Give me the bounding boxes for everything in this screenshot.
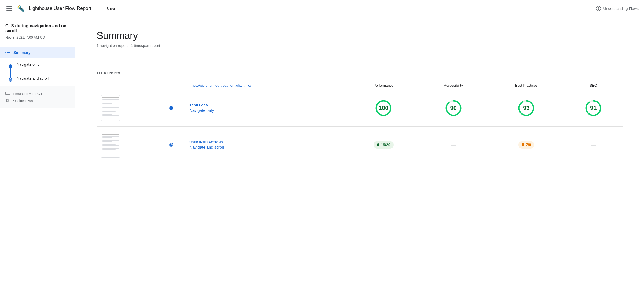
- score-circle-91: 91: [585, 99, 602, 117]
- score-performance-2: 19/20: [349, 127, 419, 163]
- table-row: User interactions Navigate and scroll 19…: [97, 127, 623, 163]
- lighthouse-logo: 🔦: [17, 5, 24, 12]
- help-label: Understanding Flows: [603, 6, 639, 11]
- sidebar: CLS during navigation and on scroll Nov …: [0, 17, 75, 295]
- reports-table: https://pie-charmed-treatment.glitch.me/…: [97, 81, 623, 163]
- score-bestpractices-1: 93: [488, 90, 564, 127]
- row-dot-1: [169, 106, 173, 110]
- report-type-2: User interactions: [189, 141, 344, 144]
- device-label-2: 4x slowdown: [13, 99, 33, 103]
- score-circle-90: 90: [445, 99, 462, 117]
- header: 🔦 Lighthouse User Flow Report Save ? Und…: [0, 0, 644, 17]
- device-info: Emulated Moto G4 4x slowdown: [0, 86, 75, 108]
- score-dash-1: —: [451, 142, 456, 148]
- score-fraction-bp: 7/8: [518, 141, 534, 149]
- svg-rect-0: [5, 51, 6, 51]
- col-url: https://pie-charmed-treatment.glitch.me/: [185, 81, 348, 90]
- score-bestpractices-2: 7/8: [488, 127, 564, 163]
- reports-section: ALL REPORTS htt: [75, 61, 644, 174]
- score-circle-100: 100: [375, 99, 392, 117]
- device-row-1: Emulated Moto G4: [5, 90, 69, 97]
- score-value-19-20: 19/20: [381, 143, 390, 147]
- flow-items-wrapper: Navigate only Navigate and scroll: [0, 62, 75, 82]
- score-value-100: 100: [379, 105, 389, 112]
- report-name-link-1[interactable]: Navigate only: [189, 108, 214, 113]
- connector-cell-1: [157, 90, 185, 127]
- score-value-7-8: 7/8: [526, 143, 531, 147]
- score-value-90: 90: [450, 105, 457, 112]
- col-performance: Performance: [349, 81, 419, 90]
- flow-dot-1: [9, 64, 12, 68]
- score-dot-green: [377, 143, 379, 146]
- col-connector: [157, 81, 185, 90]
- device-row-2: 4x slowdown: [5, 97, 69, 104]
- summary-section: Summary 1 navigation report · 1 timespan…: [75, 17, 644, 61]
- col-best-practices: Best Practices: [488, 81, 564, 90]
- score-accessibility-2: —: [418, 127, 488, 163]
- connector-cell-2: [157, 127, 185, 163]
- table-row: Page load Navigate only 100: [97, 90, 623, 127]
- thumbnail-cell-2: [97, 127, 157, 163]
- list-icon: [5, 51, 10, 54]
- flow-line-1: [10, 68, 11, 78]
- flow-item-2[interactable]: Navigate and scroll: [17, 76, 49, 80]
- app-title: Lighthouse User Flow Report: [29, 6, 91, 11]
- score-seo-2: —: [564, 127, 623, 163]
- summary-title: Summary: [97, 30, 623, 41]
- flow-dot-2: [9, 78, 12, 82]
- sidebar-divider: [0, 45, 75, 45]
- score-value-93: 93: [523, 105, 529, 112]
- report-info-cell-2: User interactions Navigate and scroll: [185, 127, 348, 163]
- score-dash-2: —: [591, 142, 596, 148]
- score-seo-1: 91: [564, 90, 623, 127]
- report-type-1: Page load: [189, 104, 344, 107]
- monitor-icon: [5, 91, 10, 96]
- main-content: Summary 1 navigation report · 1 timespan…: [75, 17, 644, 295]
- svg-rect-13: [7, 100, 9, 101]
- thumbnail-cell-1: [97, 90, 157, 127]
- col-accessibility: Accessibility: [418, 81, 488, 90]
- col-seo: SEO: [564, 81, 623, 90]
- svg-rect-9: [6, 92, 10, 95]
- summary-subtitle: 1 navigation report · 1 timespan report: [97, 43, 623, 48]
- summary-label: Summary: [13, 50, 31, 55]
- flow-labels-column: Navigate only Navigate and scroll: [17, 62, 49, 80]
- flow-item-1[interactable]: Navigate only: [17, 62, 49, 76]
- score-accessibility-1: 90: [418, 90, 488, 127]
- reports-header-row: https://pie-charmed-treatment.glitch.me/…: [97, 81, 623, 90]
- thumbnail-1: [101, 95, 120, 121]
- score-dot-orange: [522, 143, 524, 146]
- flow-connector-column: [9, 62, 12, 82]
- score-circle-93: 93: [518, 99, 535, 117]
- main-layout: CLS during navigation and on scroll Nov …: [0, 17, 644, 295]
- cpu-icon: [5, 98, 10, 103]
- svg-rect-5: [7, 54, 10, 54]
- row-dot-2: [169, 143, 173, 147]
- report-name-link-2[interactable]: Navigate and scroll: [189, 145, 224, 149]
- url-link[interactable]: https://pie-charmed-treatment.glitch.me/: [189, 83, 251, 87]
- score-performance-1: 100: [349, 90, 419, 127]
- thumbnail-2: [101, 132, 120, 158]
- device-label-1: Emulated Moto G4: [13, 92, 42, 96]
- svg-rect-3: [7, 52, 10, 53]
- save-button[interactable]: Save: [102, 4, 119, 13]
- score-fraction-perf: 19/20: [374, 141, 394, 149]
- svg-rect-1: [7, 51, 10, 51]
- svg-rect-2: [5, 52, 6, 53]
- reports-label: ALL REPORTS: [97, 72, 623, 75]
- project-title: CLS during navigation and on scroll: [0, 24, 75, 35]
- flow-list: Navigate only Navigate and scroll: [0, 58, 75, 84]
- project-date: Nov 3, 2021, 7:00 AM CDT: [0, 35, 75, 45]
- header-left: 🔦 Lighthouse User Flow Report Save: [5, 4, 119, 13]
- svg-rect-4: [5, 54, 6, 54]
- col-thumb: [97, 81, 157, 90]
- menu-button[interactable]: [5, 5, 13, 12]
- help-link[interactable]: ? Understanding Flows: [596, 6, 639, 11]
- sidebar-summary-item[interactable]: Summary: [0, 47, 75, 58]
- help-circle-icon: ?: [596, 6, 601, 11]
- report-info-cell-1: Page load Navigate only: [185, 90, 348, 127]
- score-value-91: 91: [590, 105, 597, 112]
